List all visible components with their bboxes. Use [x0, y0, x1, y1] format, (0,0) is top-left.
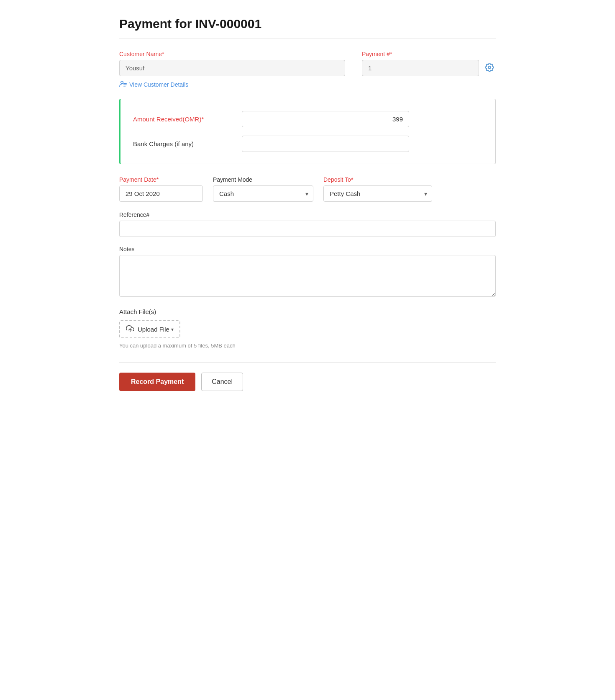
amount-received-label: Amount Received(OMR)*	[133, 116, 242, 123]
view-customer-details-link[interactable]: View Customer Details	[119, 80, 496, 89]
upload-file-label: Upload File	[138, 326, 169, 333]
record-payment-button[interactable]: Record Payment	[119, 373, 195, 391]
page-title: Payment for INV-000001	[119, 17, 496, 39]
payment-number-settings-button[interactable]	[483, 61, 496, 75]
reference-label: Reference#	[119, 211, 149, 218]
bank-charges-input[interactable]	[242, 136, 409, 152]
attach-files-label: Attach File(s)	[119, 308, 496, 315]
deposit-to-label: Deposit To*	[323, 176, 353, 183]
view-customer-icon	[119, 80, 127, 89]
payment-number-label: Payment #*	[362, 51, 496, 57]
attach-hint: You can upload a maximum of 5 files, 5MB…	[119, 342, 496, 349]
customer-name-input[interactable]	[119, 60, 345, 76]
cancel-button[interactable]: Cancel	[201, 373, 243, 391]
svg-point-0	[488, 66, 491, 69]
view-customer-details-text: View Customer Details	[129, 81, 188, 88]
amount-section: Amount Received(OMR)* Bank Charges (if a…	[119, 99, 496, 164]
svg-point-1	[121, 81, 123, 84]
payment-mode-label: Payment Mode	[213, 176, 252, 183]
reference-input[interactable]	[119, 221, 496, 237]
payment-mode-select[interactable]: Cash Bank Transfer Cheque Credit Card	[213, 185, 313, 202]
bank-charges-label: Bank Charges (if any)	[133, 140, 242, 147]
customer-name-label: Customer Name*	[119, 51, 345, 57]
upload-dropdown-arrow: ▾	[171, 327, 174, 332]
upload-icon	[126, 324, 134, 334]
notes-label: Notes	[119, 246, 135, 252]
payment-date-label: Payment Date*	[119, 176, 159, 183]
payment-date-input[interactable]	[119, 185, 203, 202]
amount-received-input[interactable]	[242, 111, 409, 127]
action-divider	[119, 362, 496, 363]
notes-textarea[interactable]	[119, 255, 496, 297]
payment-number-input[interactable]	[362, 60, 479, 76]
deposit-to-select[interactable]: Petty Cash Bank Account Cash in Hand	[323, 185, 432, 202]
upload-file-button[interactable]: Upload File ▾	[119, 320, 180, 338]
